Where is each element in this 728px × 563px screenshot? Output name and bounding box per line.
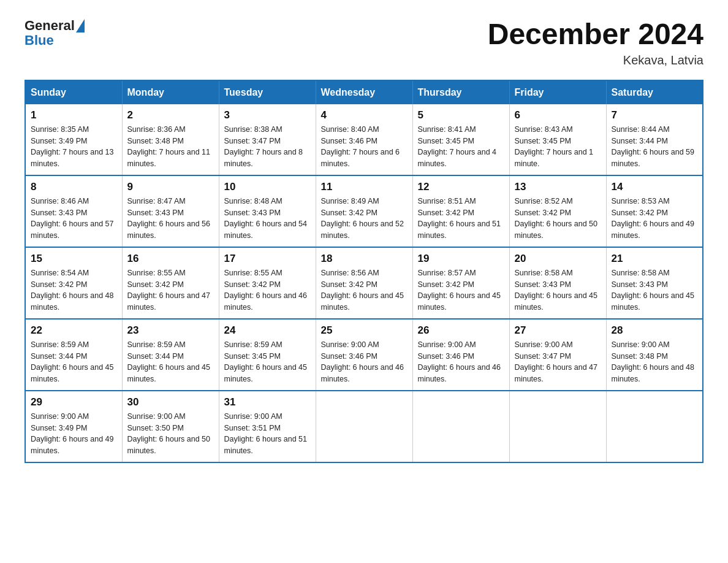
calendar-day-cell: 3 Sunrise: 8:38 AM Sunset: 3:47 PM Dayli… — [219, 104, 316, 175]
day-number: 10 — [224, 181, 311, 193]
day-number: 30 — [127, 396, 214, 408]
day-number: 23 — [127, 324, 214, 337]
day-number: 14 — [612, 181, 698, 193]
calendar-table: Sunday Monday Tuesday Wednesday Thursday… — [25, 80, 703, 463]
calendar-day-cell: 6 Sunrise: 8:43 AM Sunset: 3:45 PM Dayli… — [509, 104, 606, 175]
calendar-week-row: 15 Sunrise: 8:54 AM Sunset: 3:42 PM Dayl… — [25, 247, 703, 319]
calendar-day-cell: 11 Sunrise: 8:49 AM Sunset: 3:42 PM Dayl… — [316, 175, 412, 247]
day-info: Sunrise: 8:53 AM Sunset: 3:42 PM Dayligh… — [612, 196, 698, 242]
day-info: Sunrise: 8:43 AM Sunset: 3:45 PM Dayligh… — [515, 124, 601, 170]
calendar-day-cell: 21 Sunrise: 8:58 AM Sunset: 3:43 PM Dayl… — [606, 247, 703, 319]
calendar-day-cell: 24 Sunrise: 8:59 AM Sunset: 3:45 PM Dayl… — [219, 319, 316, 391]
day-info: Sunrise: 8:35 AM Sunset: 3:49 PM Dayligh… — [31, 124, 117, 170]
day-info: Sunrise: 8:40 AM Sunset: 3:46 PM Dayligh… — [321, 124, 408, 170]
calendar-day-cell: 8 Sunrise: 8:46 AM Sunset: 3:43 PM Dayli… — [25, 175, 122, 247]
calendar-day-cell: 29 Sunrise: 9:00 AM Sunset: 3:49 PM Dayl… — [25, 391, 122, 462]
calendar-day-cell: 30 Sunrise: 9:00 AM Sunset: 3:50 PM Dayl… — [122, 391, 219, 462]
day-info: Sunrise: 8:58 AM Sunset: 3:43 PM Dayligh… — [612, 267, 698, 313]
header-tuesday: Tuesday — [219, 80, 316, 104]
day-info: Sunrise: 8:44 AM Sunset: 3:44 PM Dayligh… — [612, 124, 698, 170]
header-wednesday: Wednesday — [316, 80, 412, 104]
day-info: Sunrise: 9:00 AM Sunset: 3:47 PM Dayligh… — [515, 339, 601, 385]
logo-triangle-icon — [76, 19, 85, 33]
day-info: Sunrise: 9:00 AM Sunset: 3:46 PM Dayligh… — [321, 339, 408, 385]
calendar-day-cell: 18 Sunrise: 8:56 AM Sunset: 3:42 PM Dayl… — [316, 247, 412, 319]
day-info: Sunrise: 8:57 AM Sunset: 3:42 PM Dayligh… — [418, 267, 504, 313]
calendar-day-cell: 23 Sunrise: 8:59 AM Sunset: 3:44 PM Dayl… — [122, 319, 219, 391]
day-number: 21 — [612, 253, 698, 265]
day-info: Sunrise: 8:51 AM Sunset: 3:42 PM Dayligh… — [418, 196, 504, 242]
day-number: 15 — [31, 253, 117, 265]
location-text: Kekava, Latvia — [488, 53, 703, 67]
day-info: Sunrise: 9:00 AM Sunset: 3:48 PM Dayligh… — [612, 339, 698, 385]
day-number: 6 — [515, 109, 601, 121]
title-block: December 2024 Kekava, Latvia — [488, 18, 703, 67]
day-number: 17 — [224, 253, 311, 265]
day-number: 13 — [515, 181, 601, 193]
day-number: 16 — [127, 253, 214, 265]
calendar-week-row: 8 Sunrise: 8:46 AM Sunset: 3:43 PM Dayli… — [25, 175, 703, 247]
day-info: Sunrise: 8:56 AM Sunset: 3:42 PM Dayligh… — [321, 267, 408, 313]
day-info: Sunrise: 8:47 AM Sunset: 3:43 PM Dayligh… — [127, 196, 214, 242]
day-info: Sunrise: 8:55 AM Sunset: 3:42 PM Dayligh… — [224, 267, 311, 313]
header-sunday: Sunday — [25, 80, 122, 104]
calendar-day-cell: 4 Sunrise: 8:40 AM Sunset: 3:46 PM Dayli… — [316, 104, 412, 175]
calendar-day-cell — [509, 391, 606, 462]
calendar-day-cell: 10 Sunrise: 8:48 AM Sunset: 3:43 PM Dayl… — [219, 175, 316, 247]
day-number: 4 — [321, 109, 408, 121]
header-thursday: Thursday — [412, 80, 509, 104]
calendar-day-cell: 16 Sunrise: 8:55 AM Sunset: 3:42 PM Dayl… — [122, 247, 219, 319]
month-title: December 2024 — [488, 18, 703, 51]
day-number: 25 — [321, 324, 408, 337]
day-number: 7 — [612, 109, 698, 121]
day-info: Sunrise: 8:46 AM Sunset: 3:43 PM Dayligh… — [31, 196, 117, 242]
calendar-day-cell: 19 Sunrise: 8:57 AM Sunset: 3:42 PM Dayl… — [412, 247, 509, 319]
calendar-day-cell: 5 Sunrise: 8:41 AM Sunset: 3:45 PM Dayli… — [412, 104, 509, 175]
calendar-day-cell: 26 Sunrise: 9:00 AM Sunset: 3:46 PM Dayl… — [412, 319, 509, 391]
day-info: Sunrise: 8:58 AM Sunset: 3:43 PM Dayligh… — [515, 267, 601, 313]
day-info: Sunrise: 8:55 AM Sunset: 3:42 PM Dayligh… — [127, 267, 214, 313]
day-info: Sunrise: 8:59 AM Sunset: 3:44 PM Dayligh… — [31, 339, 117, 385]
page-header: General Blue December 2024 Kekava, Latvi… — [25, 18, 703, 67]
calendar-week-row: 1 Sunrise: 8:35 AM Sunset: 3:49 PM Dayli… — [25, 104, 703, 175]
day-number: 8 — [31, 181, 117, 193]
weekday-header-row: Sunday Monday Tuesday Wednesday Thursday… — [25, 80, 703, 104]
day-number: 12 — [418, 181, 504, 193]
calendar-day-cell: 12 Sunrise: 8:51 AM Sunset: 3:42 PM Dayl… — [412, 175, 509, 247]
day-info: Sunrise: 8:41 AM Sunset: 3:45 PM Dayligh… — [418, 124, 504, 170]
day-number: 11 — [321, 181, 408, 193]
header-friday: Friday — [509, 80, 606, 104]
header-monday: Monday — [122, 80, 219, 104]
day-info: Sunrise: 9:00 AM Sunset: 3:51 PM Dayligh… — [224, 411, 311, 457]
calendar-day-cell: 2 Sunrise: 8:36 AM Sunset: 3:48 PM Dayli… — [122, 104, 219, 175]
day-info: Sunrise: 8:38 AM Sunset: 3:47 PM Dayligh… — [224, 124, 311, 170]
day-number: 19 — [418, 253, 504, 265]
day-number: 28 — [612, 324, 698, 337]
day-number: 24 — [224, 324, 311, 337]
calendar-day-cell: 14 Sunrise: 8:53 AM Sunset: 3:42 PM Dayl… — [606, 175, 703, 247]
day-info: Sunrise: 8:49 AM Sunset: 3:42 PM Dayligh… — [321, 196, 408, 242]
day-number: 26 — [418, 324, 504, 337]
day-info: Sunrise: 8:48 AM Sunset: 3:43 PM Dayligh… — [224, 196, 311, 242]
calendar-day-cell: 31 Sunrise: 9:00 AM Sunset: 3:51 PM Dayl… — [219, 391, 316, 462]
calendar-day-cell: 27 Sunrise: 9:00 AM Sunset: 3:47 PM Dayl… — [509, 319, 606, 391]
day-number: 22 — [31, 324, 117, 337]
calendar-week-row: 22 Sunrise: 8:59 AM Sunset: 3:44 PM Dayl… — [25, 319, 703, 391]
day-number: 20 — [515, 253, 601, 265]
calendar-day-cell — [412, 391, 509, 462]
calendar-day-cell: 13 Sunrise: 8:52 AM Sunset: 3:42 PM Dayl… — [509, 175, 606, 247]
day-info: Sunrise: 8:36 AM Sunset: 3:48 PM Dayligh… — [127, 124, 214, 170]
day-info: Sunrise: 9:00 AM Sunset: 3:50 PM Dayligh… — [127, 411, 214, 457]
day-info: Sunrise: 9:00 AM Sunset: 3:49 PM Dayligh… — [31, 411, 117, 457]
logo-general-text: General — [25, 18, 75, 33]
calendar-day-cell: 22 Sunrise: 8:59 AM Sunset: 3:44 PM Dayl… — [25, 319, 122, 391]
calendar-day-cell: 17 Sunrise: 8:55 AM Sunset: 3:42 PM Dayl… — [219, 247, 316, 319]
calendar-day-cell: 1 Sunrise: 8:35 AM Sunset: 3:49 PM Dayli… — [25, 104, 122, 175]
day-info: Sunrise: 8:52 AM Sunset: 3:42 PM Dayligh… — [515, 196, 601, 242]
calendar-day-cell: 28 Sunrise: 9:00 AM Sunset: 3:48 PM Dayl… — [606, 319, 703, 391]
day-number: 2 — [127, 109, 214, 121]
day-number: 27 — [515, 324, 601, 337]
calendar-week-row: 29 Sunrise: 9:00 AM Sunset: 3:49 PM Dayl… — [25, 391, 703, 462]
header-saturday: Saturday — [606, 80, 703, 104]
day-number: 9 — [127, 181, 214, 193]
